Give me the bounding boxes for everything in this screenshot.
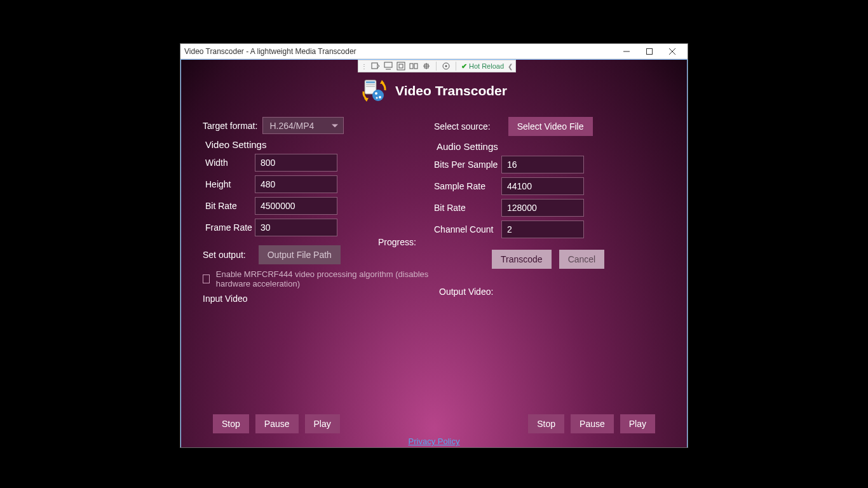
sample-rate-input[interactable] bbox=[501, 177, 584, 195]
input-video-label: Input Video bbox=[203, 294, 248, 304]
channel-count-label: Channel Count bbox=[434, 224, 501, 234]
input-stop-button[interactable]: Stop bbox=[213, 414, 249, 433]
output-play-button[interactable]: Play bbox=[620, 414, 655, 433]
framerate-label: Frame Rate bbox=[203, 222, 255, 233]
svg-rect-5 bbox=[384, 62, 392, 67]
svg-rect-6 bbox=[397, 62, 405, 70]
target-format-label: Target format: bbox=[203, 121, 257, 131]
svg-rect-14 bbox=[366, 81, 375, 83]
window-title: Video Transcoder - A lightweight Media T… bbox=[184, 47, 615, 56]
channel-count-input[interactable] bbox=[501, 220, 584, 238]
video-bitrate-label: Bit Rate bbox=[203, 201, 255, 211]
svg-rect-16 bbox=[366, 86, 375, 87]
output-path-button[interactable]: Output File Path bbox=[259, 245, 341, 264]
transcode-button[interactable]: Transcode bbox=[492, 250, 552, 269]
app-header: Video Transcoder bbox=[181, 78, 687, 104]
settings-grid: Target format: H.264/MP4 Video Settings … bbox=[181, 104, 687, 309]
svg-point-20 bbox=[376, 97, 378, 99]
input-pause-button[interactable]: Pause bbox=[255, 414, 299, 433]
svg-rect-4 bbox=[372, 63, 377, 69]
chevron-left-icon[interactable]: ❮ bbox=[508, 63, 513, 70]
svg-point-18 bbox=[375, 92, 377, 95]
toolbar-icon[interactable] bbox=[422, 62, 431, 71]
mrf-checkbox[interactable] bbox=[203, 274, 210, 283]
app-window: Video Transcoder - A lightweight Media T… bbox=[180, 43, 688, 448]
titlebar: Video Transcoder - A lightweight Media T… bbox=[180, 44, 688, 59]
mrf-label: Enable MRFCRF444 video processing algori… bbox=[216, 269, 434, 288]
chevron-down-icon bbox=[332, 124, 338, 127]
select-source-label: Select source: bbox=[434, 121, 491, 132]
debug-toolbar[interactable]: ⋮ ✔ Hot Reload ❮ bbox=[358, 60, 516, 72]
height-input[interactable] bbox=[255, 175, 337, 193]
toolbar-icon[interactable] bbox=[397, 62, 405, 71]
input-play-button[interactable]: Play bbox=[305, 414, 340, 433]
svg-point-12 bbox=[445, 65, 447, 67]
bits-per-sample-input[interactable] bbox=[501, 156, 584, 173]
toolbar-grip-icon: ⋮ bbox=[361, 63, 367, 70]
audio-bitrate-input[interactable] bbox=[501, 199, 584, 217]
svg-rect-8 bbox=[410, 64, 413, 69]
svg-marker-21 bbox=[380, 80, 384, 84]
progress-label: Progress: bbox=[378, 237, 416, 247]
close-button[interactable] bbox=[661, 44, 684, 58]
svg-rect-7 bbox=[399, 64, 403, 68]
minimize-button[interactable] bbox=[615, 44, 638, 58]
toolbar-icon[interactable] bbox=[384, 62, 393, 71]
hot-reload-button[interactable]: ✔ Hot Reload bbox=[461, 62, 504, 71]
svg-marker-22 bbox=[364, 98, 369, 102]
video-bitrate-input[interactable] bbox=[255, 197, 337, 215]
set-output-label: Set output: bbox=[203, 250, 246, 260]
app-logo-icon bbox=[361, 78, 388, 104]
select-video-button[interactable]: Select Video File bbox=[508, 117, 593, 136]
toolbar-icon[interactable] bbox=[442, 62, 451, 71]
target-format-value: H.264/MP4 bbox=[269, 121, 314, 131]
video-settings-header: Video Settings bbox=[205, 139, 434, 150]
toolbar-icon[interactable] bbox=[409, 62, 418, 71]
output-video-label: Output Video: bbox=[439, 287, 493, 297]
cancel-button[interactable]: Cancel bbox=[559, 250, 605, 269]
check-icon: ✔ bbox=[461, 62, 467, 71]
client-area: ⋮ ✔ Hot Reload ❮ bbox=[180, 59, 688, 447]
width-input[interactable] bbox=[255, 154, 337, 172]
maximize-button[interactable] bbox=[638, 44, 661, 58]
svg-point-19 bbox=[379, 96, 381, 98]
width-label: Width bbox=[203, 158, 255, 168]
audio-bitrate-label: Bit Rate bbox=[434, 203, 501, 213]
bits-per-sample-label: Bits Per Sample bbox=[434, 159, 501, 170]
target-format-select[interactable]: H.264/MP4 bbox=[262, 117, 344, 134]
app-title: Video Transcoder bbox=[395, 83, 507, 98]
output-stop-button[interactable]: Stop bbox=[528, 414, 564, 433]
privacy-policy-link[interactable]: Privacy Policy bbox=[181, 437, 687, 446]
hot-reload-label: Hot Reload bbox=[469, 62, 504, 70]
sample-rate-label: Sample Rate bbox=[434, 181, 501, 191]
playback-controls: Stop Pause Play Stop Pause Play bbox=[181, 414, 687, 433]
svg-rect-1 bbox=[647, 48, 653, 54]
svg-rect-9 bbox=[414, 64, 417, 69]
height-label: Height bbox=[203, 179, 255, 189]
framerate-input[interactable] bbox=[255, 219, 337, 236]
svg-point-17 bbox=[372, 90, 384, 101]
audio-settings-header: Audio Settings bbox=[437, 141, 665, 152]
output-pause-button[interactable]: Pause bbox=[571, 414, 614, 433]
svg-rect-15 bbox=[366, 84, 375, 85]
toolbar-icon[interactable] bbox=[371, 62, 380, 71]
